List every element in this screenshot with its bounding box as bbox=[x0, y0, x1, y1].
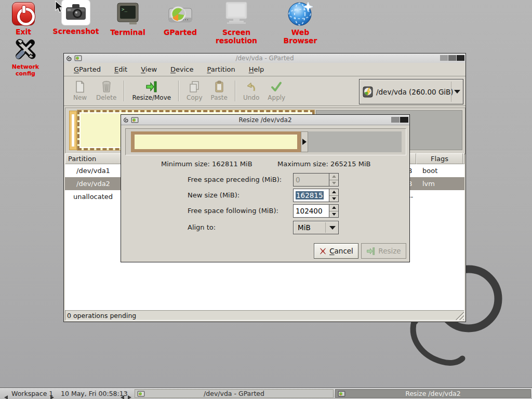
new-size-input[interactable]: 162815 bbox=[293, 189, 339, 202]
maximize-button[interactable] bbox=[448, 55, 456, 61]
statusbar: 0 operations pending bbox=[65, 310, 464, 321]
apply-button[interactable]: Apply bbox=[263, 79, 289, 103]
column-header-flags[interactable]: Flags bbox=[416, 153, 463, 164]
combo-separator bbox=[451, 82, 451, 102]
task-gparted-main[interactable]: /dev/vda - GParted bbox=[135, 389, 334, 398]
resize-label: Resize bbox=[378, 247, 401, 255]
main-titlebar[interactable]: /dev/vda - GParted bbox=[64, 54, 466, 63]
workspace-next-button[interactable] bbox=[50, 392, 54, 399]
pager-prev-button[interactable] bbox=[121, 392, 124, 399]
field-label: Free space following (MiB): bbox=[188, 204, 278, 218]
globe-icon bbox=[287, 1, 314, 26]
field-label: New size (MiB): bbox=[188, 189, 240, 202]
camera-icon bbox=[62, 0, 90, 25]
resize-dialog: Resize /dev/vda2 Minimum size: 162811 Mi… bbox=[121, 114, 410, 262]
apply-icon bbox=[270, 81, 283, 93]
toolbar-separator bbox=[235, 81, 236, 101]
new-icon bbox=[75, 81, 85, 93]
spinner-buttons[interactable] bbox=[329, 174, 338, 186]
copy-button[interactable]: Copy bbox=[182, 79, 206, 103]
menu-edit[interactable]: Edit bbox=[108, 64, 134, 75]
align-to-value: MiB bbox=[298, 223, 311, 232]
spin-down-icon[interactable] bbox=[329, 211, 338, 218]
resize-slider-handle[interactable] bbox=[301, 131, 308, 152]
free-space-following-row: Free space following (MiB): 102400 bbox=[121, 204, 409, 218]
paste-icon bbox=[214, 81, 224, 93]
desktop-icon-label: Web Browser bbox=[274, 28, 326, 45]
spin-down-icon[interactable] bbox=[329, 180, 338, 187]
menu-view[interactable]: View bbox=[134, 64, 164, 75]
cancel-icon bbox=[319, 247, 327, 255]
paste-button[interactable]: Paste bbox=[207, 79, 232, 103]
spin-up-icon[interactable] bbox=[329, 189, 338, 196]
free-space-preceding-input[interactable]: 0 bbox=[293, 173, 339, 187]
cancel-label: Cancel bbox=[329, 247, 353, 255]
close-button[interactable] bbox=[400, 117, 408, 123]
workspace-label: Workspace 1 bbox=[11, 388, 53, 399]
tools-icon bbox=[13, 36, 38, 61]
close-button[interactable] bbox=[457, 55, 464, 61]
operations-pending: 0 operations pending bbox=[67, 312, 136, 320]
device-selector-value: /dev/vda (260.00 GiB) bbox=[376, 88, 454, 96]
spinner-buttons[interactable] bbox=[329, 189, 338, 202]
desktop-icon-screen-resolution[interactable]: Screen resolution bbox=[202, 1, 271, 45]
workspace-prev-button[interactable] bbox=[4, 392, 8, 399]
delete-button[interactable]: Delete bbox=[92, 79, 121, 103]
spin-up-icon[interactable] bbox=[329, 174, 338, 180]
monitor-icon bbox=[223, 1, 250, 26]
toolbar-separator bbox=[178, 81, 179, 101]
resize-button[interactable]: Resize bbox=[361, 243, 406, 259]
column-header-filler bbox=[463, 153, 464, 164]
toolbar-separator bbox=[124, 81, 125, 101]
resize-slider-partition[interactable] bbox=[131, 131, 301, 152]
task-resize-dialog[interactable]: Resize /dev/vda2 bbox=[335, 389, 531, 398]
maximize-button[interactable] bbox=[391, 117, 400, 123]
resize-icon bbox=[366, 247, 376, 255]
svg-text:>_: >_ bbox=[122, 7, 127, 12]
cancel-button[interactable]: Cancel bbox=[314, 243, 358, 259]
desktop-icon-terminal[interactable]: >_ Terminal bbox=[105, 2, 150, 36]
resize-slider-free-space[interactable] bbox=[308, 131, 402, 152]
device-selector[interactable]: /dev/vda (260.00 GiB) bbox=[359, 79, 463, 104]
desktop-icon-web-browser[interactable]: Web Browser bbox=[274, 1, 326, 45]
free-space-following-input[interactable]: 102400 bbox=[293, 204, 339, 218]
align-to-dropdown[interactable]: MiB bbox=[293, 221, 339, 234]
spin-down-icon[interactable] bbox=[329, 196, 338, 202]
combo-separator bbox=[325, 222, 326, 233]
menu-device[interactable]: Device bbox=[164, 64, 200, 75]
field-label: Free space preceding (MiB): bbox=[188, 173, 282, 187]
new-button[interactable]: New bbox=[68, 79, 92, 103]
clock: 10 May, Fri 00:58:13 bbox=[61, 388, 128, 399]
menu-help[interactable]: Help bbox=[242, 64, 271, 75]
dialog-titlebar[interactable]: Resize /dev/vda2 bbox=[121, 115, 409, 125]
maximum-size-label: Maximum size: 265215 MiB bbox=[277, 160, 370, 168]
menubar: GParted Edit View Device Partition Help bbox=[64, 63, 466, 76]
desktop-icon-label: GParted bbox=[158, 28, 202, 36]
spin-up-icon[interactable] bbox=[329, 205, 338, 211]
desktop-icon-exit[interactable]: Exit bbox=[7, 2, 39, 36]
undo-button[interactable]: Undo bbox=[239, 79, 263, 103]
window-title: /dev/vda - GParted bbox=[64, 55, 466, 62]
resize-move-button[interactable]: Resize/Move bbox=[128, 79, 175, 103]
free-space-preceding-row: Free space preceding (MiB): 0 bbox=[121, 173, 409, 187]
mouse-cursor bbox=[55, 1, 64, 14]
desktop-icon-gparted[interactable]: GParted bbox=[158, 4, 202, 36]
desktop-icon-label: Terminal bbox=[105, 28, 150, 36]
iconify-button[interactable] bbox=[440, 55, 448, 61]
menu-partition[interactable]: Partition bbox=[201, 64, 242, 75]
copy-icon bbox=[189, 81, 200, 93]
menu-gparted[interactable]: GParted bbox=[67, 64, 108, 75]
partition-visual-vda1[interactable] bbox=[69, 111, 77, 150]
new-size-row: New size (MiB): 162815 bbox=[121, 189, 409, 202]
disk-icon bbox=[363, 86, 373, 98]
gparted-app-icon bbox=[137, 391, 145, 397]
pager-next-button[interactable] bbox=[128, 392, 131, 399]
task-label: /dev/vda - GParted bbox=[204, 390, 264, 397]
spinner-buttons[interactable] bbox=[329, 205, 338, 217]
desktop-icon-label: Exit bbox=[7, 28, 39, 36]
chevron-down-icon bbox=[329, 226, 336, 230]
resize-grip[interactable] bbox=[455, 311, 464, 320]
dialog-title: Resize /dev/vda2 bbox=[121, 116, 409, 124]
desktop-icon-network-config[interactable]: Network config bbox=[3, 36, 48, 77]
align-to-row: Align to: MiB bbox=[121, 221, 409, 234]
